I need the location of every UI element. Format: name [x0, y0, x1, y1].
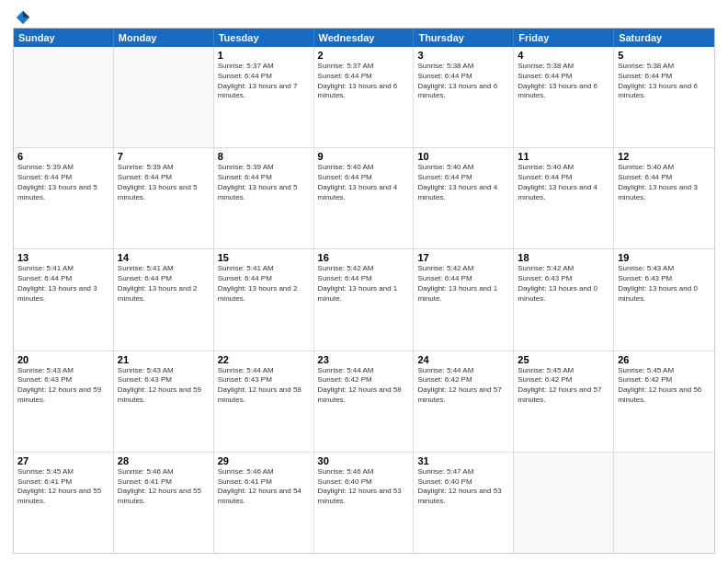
- day-number: 30: [318, 455, 410, 466]
- cell-content: Sunrise: 5:43 AM Sunset: 6:43 PM Dayligh…: [118, 366, 210, 406]
- cell-content: Sunrise: 5:39 AM Sunset: 6:44 PM Dayligh…: [218, 163, 310, 202]
- calendar-cell: 29Sunrise: 5:46 AM Sunset: 6:41 PM Dayli…: [214, 453, 314, 553]
- calendar-cell: 3Sunrise: 5:38 AM Sunset: 6:44 PM Daylig…: [414, 47, 514, 147]
- calendar-cell: 14Sunrise: 5:41 AM Sunset: 6:44 PM Dayli…: [114, 249, 214, 350]
- cell-content: Sunrise: 5:38 AM Sunset: 6:44 PM Dayligh…: [417, 62, 509, 101]
- calendar-week-2: 6Sunrise: 5:39 AM Sunset: 6:44 PM Daylig…: [14, 148, 714, 249]
- calendar-cell: 8Sunrise: 5:39 AM Sunset: 6:44 PM Daylig…: [214, 148, 314, 248]
- cell-content: Sunrise: 5:44 AM Sunset: 6:42 PM Dayligh…: [417, 366, 509, 406]
- day-number: 22: [218, 354, 310, 365]
- calendar-cell: 18Sunrise: 5:42 AM Sunset: 6:43 PM Dayli…: [514, 249, 614, 350]
- calendar-cell: 10Sunrise: 5:40 AM Sunset: 6:44 PM Dayli…: [414, 148, 514, 248]
- calendar-cell: 19Sunrise: 5:43 AM Sunset: 6:43 PM Dayli…: [614, 249, 714, 350]
- day-number: 10: [417, 151, 509, 162]
- calendar-cell: 7Sunrise: 5:39 AM Sunset: 6:44 PM Daylig…: [114, 148, 214, 248]
- calendar-week-4: 20Sunrise: 5:43 AM Sunset: 6:43 PM Dayli…: [14, 351, 714, 453]
- calendar-cell: 28Sunrise: 5:46 AM Sunset: 6:41 PM Dayli…: [114, 453, 214, 553]
- logo: [13, 9, 31, 22]
- day-number: 5: [618, 50, 711, 61]
- cell-content: Sunrise: 5:40 AM Sunset: 6:44 PM Dayligh…: [417, 163, 509, 202]
- calendar-week-3: 13Sunrise: 5:41 AM Sunset: 6:44 PM Dayli…: [14, 249, 714, 350]
- day-number: 9: [318, 151, 410, 162]
- day-number: 8: [218, 151, 310, 162]
- calendar-cell: 1Sunrise: 5:37 AM Sunset: 6:44 PM Daylig…: [214, 47, 314, 147]
- day-number: 31: [417, 455, 509, 466]
- cell-content: Sunrise: 5:42 AM Sunset: 6:44 PM Dayligh…: [318, 264, 410, 304]
- day-number: 1: [218, 50, 310, 61]
- logo-icon: [15, 9, 31, 26]
- day-number: 14: [118, 252, 210, 263]
- cell-content: Sunrise: 5:44 AM Sunset: 6:42 PM Dayligh…: [318, 366, 410, 406]
- calendar-cell: 31Sunrise: 5:47 AM Sunset: 6:40 PM Dayli…: [414, 453, 514, 553]
- day-number: 2: [318, 50, 410, 61]
- calendar-cell: 15Sunrise: 5:41 AM Sunset: 6:44 PM Dayli…: [214, 249, 314, 350]
- cell-content: Sunrise: 5:39 AM Sunset: 6:44 PM Dayligh…: [118, 163, 210, 202]
- calendar-cell: 4Sunrise: 5:38 AM Sunset: 6:44 PM Daylig…: [514, 47, 614, 147]
- cell-content: Sunrise: 5:43 AM Sunset: 6:43 PM Dayligh…: [618, 264, 711, 304]
- day-number: 25: [518, 354, 609, 365]
- svg-marker-1: [23, 11, 29, 17]
- calendar-cell: 25Sunrise: 5:45 AM Sunset: 6:42 PM Dayli…: [514, 351, 614, 452]
- day-number: 24: [417, 354, 509, 365]
- day-number: 3: [417, 50, 509, 61]
- cell-content: Sunrise: 5:42 AM Sunset: 6:44 PM Dayligh…: [417, 264, 509, 304]
- calendar-cell: 23Sunrise: 5:44 AM Sunset: 6:42 PM Dayli…: [314, 351, 415, 452]
- calendar-header-sunday: Sunday: [14, 29, 114, 47]
- cell-content: Sunrise: 5:39 AM Sunset: 6:44 PM Dayligh…: [17, 163, 109, 202]
- calendar-cell: 20Sunrise: 5:43 AM Sunset: 6:43 PM Dayli…: [14, 351, 114, 452]
- day-number: 28: [118, 455, 210, 466]
- day-number: 23: [318, 354, 410, 365]
- cell-content: Sunrise: 5:46 AM Sunset: 6:41 PM Dayligh…: [218, 467, 310, 507]
- day-number: 27: [17, 455, 109, 466]
- day-number: 11: [518, 151, 609, 162]
- day-number: 16: [318, 252, 410, 263]
- cell-content: Sunrise: 5:43 AM Sunset: 6:43 PM Dayligh…: [17, 366, 109, 406]
- day-number: 17: [417, 252, 509, 263]
- cell-content: Sunrise: 5:46 AM Sunset: 6:40 PM Dayligh…: [318, 467, 410, 507]
- cell-content: Sunrise: 5:37 AM Sunset: 6:44 PM Dayligh…: [318, 62, 410, 101]
- calendar-cell: 24Sunrise: 5:44 AM Sunset: 6:42 PM Dayli…: [414, 351, 514, 452]
- cell-content: Sunrise: 5:38 AM Sunset: 6:44 PM Dayligh…: [518, 62, 609, 101]
- day-number: 13: [17, 252, 109, 263]
- calendar-week-1: 1Sunrise: 5:37 AM Sunset: 6:44 PM Daylig…: [14, 47, 714, 148]
- calendar-header-thursday: Thursday: [414, 29, 514, 47]
- cell-content: Sunrise: 5:45 AM Sunset: 6:42 PM Dayligh…: [618, 366, 711, 406]
- calendar-cell: [614, 453, 714, 553]
- calendar-cell: 6Sunrise: 5:39 AM Sunset: 6:44 PM Daylig…: [14, 148, 114, 248]
- day-number: 18: [518, 252, 609, 263]
- calendar-cell: 13Sunrise: 5:41 AM Sunset: 6:44 PM Dayli…: [14, 249, 114, 350]
- calendar-header-saturday: Saturday: [614, 29, 714, 47]
- calendar-cell: 30Sunrise: 5:46 AM Sunset: 6:40 PM Dayli…: [314, 453, 415, 553]
- cell-content: Sunrise: 5:44 AM Sunset: 6:43 PM Dayligh…: [218, 366, 310, 406]
- calendar-header-wednesday: Wednesday: [314, 29, 415, 47]
- calendar-cell: 11Sunrise: 5:40 AM Sunset: 6:44 PM Dayli…: [514, 148, 614, 248]
- cell-content: Sunrise: 5:42 AM Sunset: 6:43 PM Dayligh…: [518, 264, 609, 304]
- cell-content: Sunrise: 5:45 AM Sunset: 6:41 PM Dayligh…: [17, 467, 109, 507]
- cell-content: Sunrise: 5:41 AM Sunset: 6:44 PM Dayligh…: [17, 264, 109, 304]
- day-number: 21: [118, 354, 210, 365]
- cell-content: Sunrise: 5:40 AM Sunset: 6:44 PM Dayligh…: [518, 163, 609, 202]
- calendar-cell: 26Sunrise: 5:45 AM Sunset: 6:42 PM Dayli…: [614, 351, 714, 452]
- calendar-cell: [514, 453, 614, 553]
- calendar-body: 1Sunrise: 5:37 AM Sunset: 6:44 PM Daylig…: [14, 47, 714, 553]
- day-number: 6: [17, 151, 109, 162]
- cell-content: Sunrise: 5:40 AM Sunset: 6:44 PM Dayligh…: [318, 163, 410, 202]
- calendar-cell: 27Sunrise: 5:45 AM Sunset: 6:41 PM Dayli…: [14, 453, 114, 553]
- cell-content: Sunrise: 5:37 AM Sunset: 6:44 PM Dayligh…: [218, 62, 310, 101]
- calendar-header-friday: Friday: [514, 29, 614, 47]
- day-number: 20: [17, 354, 109, 365]
- day-number: 7: [118, 151, 210, 162]
- calendar-cell: 9Sunrise: 5:40 AM Sunset: 6:44 PM Daylig…: [314, 148, 415, 248]
- calendar-cell: 2Sunrise: 5:37 AM Sunset: 6:44 PM Daylig…: [314, 47, 415, 147]
- day-number: 26: [618, 354, 711, 365]
- calendar-header-tuesday: Tuesday: [214, 29, 314, 47]
- cell-content: Sunrise: 5:40 AM Sunset: 6:44 PM Dayligh…: [618, 163, 711, 202]
- calendar-cell: 16Sunrise: 5:42 AM Sunset: 6:44 PM Dayli…: [314, 249, 415, 350]
- cell-content: Sunrise: 5:41 AM Sunset: 6:44 PM Dayligh…: [218, 264, 310, 304]
- cell-content: Sunrise: 5:45 AM Sunset: 6:42 PM Dayligh…: [518, 366, 609, 406]
- day-number: 19: [618, 252, 711, 263]
- day-number: 15: [218, 252, 310, 263]
- calendar-week-5: 27Sunrise: 5:45 AM Sunset: 6:41 PM Dayli…: [14, 453, 714, 553]
- calendar-cell: 17Sunrise: 5:42 AM Sunset: 6:44 PM Dayli…: [414, 249, 514, 350]
- day-number: 12: [618, 151, 711, 162]
